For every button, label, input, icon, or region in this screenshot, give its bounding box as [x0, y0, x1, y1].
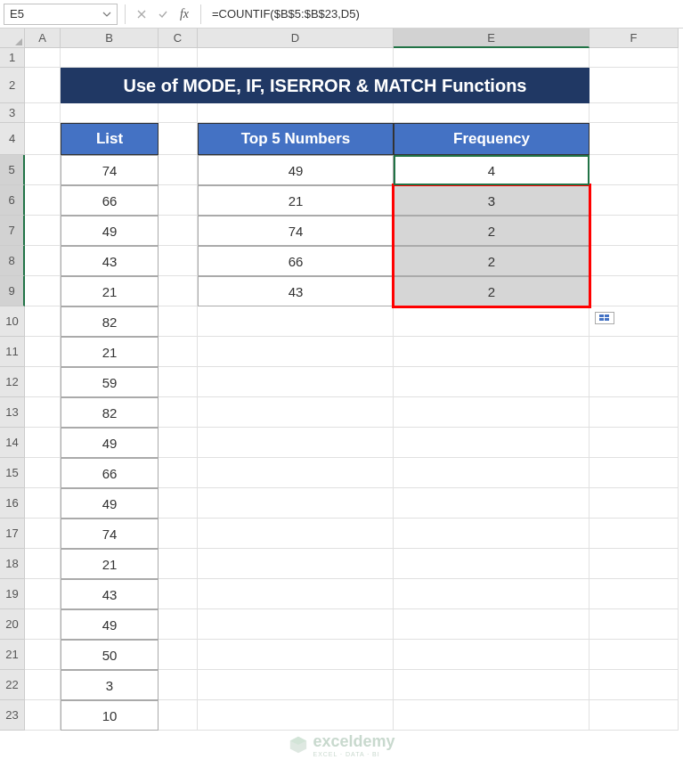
row-header-3[interactable]: 3 — [0, 103, 25, 123]
cell[interactable] — [394, 519, 589, 549]
column-header-B[interactable]: B — [61, 29, 159, 48]
cell[interactable] — [394, 670, 589, 700]
enter-icon[interactable] — [156, 7, 170, 21]
cell[interactable] — [589, 519, 679, 549]
cell[interactable] — [159, 609, 198, 640]
cell[interactable] — [25, 367, 61, 397]
cell[interactable] — [394, 48, 589, 68]
name-box[interactable]: E5 — [4, 4, 118, 25]
list-item[interactable]: 49 — [61, 216, 159, 246]
row-header-13[interactable]: 13 — [0, 397, 25, 428]
cell[interactable] — [159, 123, 198, 155]
cell[interactable] — [159, 306, 198, 337]
list-item[interactable]: 10 — [61, 700, 159, 731]
cell[interactable] — [589, 276, 679, 306]
list-item[interactable]: 66 — [61, 185, 159, 216]
cell[interactable] — [394, 306, 589, 337]
cell[interactable] — [25, 155, 61, 185]
cell[interactable] — [159, 488, 198, 519]
list-item[interactable]: 49 — [61, 488, 159, 519]
row-header-23[interactable]: 23 — [0, 700, 25, 731]
cell[interactable] — [25, 640, 61, 670]
list-item[interactable]: 43 — [61, 579, 159, 609]
cell[interactable] — [198, 428, 394, 458]
row-header-11[interactable]: 11 — [0, 337, 25, 367]
cell[interactable] — [159, 337, 198, 367]
top5-item[interactable]: 49 — [198, 155, 394, 185]
cell[interactable] — [159, 103, 198, 123]
cell[interactable] — [25, 68, 61, 103]
header-top5[interactable]: Top 5 Numbers — [198, 123, 394, 155]
list-item[interactable]: 21 — [61, 276, 159, 306]
cell[interactable] — [589, 337, 679, 367]
cell[interactable] — [589, 488, 679, 519]
cell[interactable] — [589, 216, 679, 246]
cell[interactable] — [394, 488, 589, 519]
row-header-19[interactable]: 19 — [0, 579, 25, 609]
list-item[interactable]: 3 — [61, 670, 159, 700]
row-header-15[interactable]: 15 — [0, 458, 25, 488]
list-item[interactable]: 74 — [61, 155, 159, 185]
cell[interactable] — [25, 123, 61, 155]
frequency-item[interactable]: 4 — [394, 155, 589, 185]
list-item[interactable]: 59 — [61, 367, 159, 397]
frequency-item[interactable]: 2 — [394, 246, 589, 276]
cell[interactable] — [198, 397, 394, 428]
row-header-6[interactable]: 6 — [0, 185, 25, 216]
row-header-4[interactable]: 4 — [0, 123, 25, 155]
top5-item[interactable]: 21 — [198, 185, 394, 216]
list-item[interactable]: 82 — [61, 397, 159, 428]
cell[interactable] — [25, 549, 61, 579]
row-header-10[interactable]: 10 — [0, 306, 25, 337]
cell[interactable] — [25, 216, 61, 246]
cell[interactable] — [198, 48, 394, 68]
cell[interactable] — [25, 458, 61, 488]
cell[interactable] — [394, 609, 589, 640]
cell[interactable] — [159, 549, 198, 579]
cell[interactable] — [25, 48, 61, 68]
cell[interactable] — [394, 397, 589, 428]
autofill-options-icon[interactable] — [595, 312, 614, 324]
cell[interactable] — [25, 397, 61, 428]
cell[interactable] — [159, 519, 198, 549]
cell[interactable] — [589, 123, 679, 155]
cell[interactable] — [589, 48, 679, 68]
cell[interactable] — [198, 306, 394, 337]
column-header-C[interactable]: C — [159, 29, 198, 48]
column-header-A[interactable]: A — [25, 29, 61, 48]
frequency-item[interactable]: 2 — [394, 216, 589, 246]
list-item[interactable]: 66 — [61, 458, 159, 488]
cell[interactable] — [159, 276, 198, 306]
cell[interactable] — [198, 670, 394, 700]
cell[interactable] — [589, 397, 679, 428]
cell[interactable] — [589, 428, 679, 458]
cell[interactable] — [589, 103, 679, 123]
cell[interactable] — [394, 458, 589, 488]
cell[interactable] — [394, 549, 589, 579]
row-header-20[interactable]: 20 — [0, 609, 25, 640]
row-header-18[interactable]: 18 — [0, 549, 25, 579]
cell[interactable] — [589, 185, 679, 216]
cell[interactable] — [25, 246, 61, 276]
cell[interactable] — [159, 458, 198, 488]
cell[interactable] — [159, 579, 198, 609]
row-header-5[interactable]: 5 — [0, 155, 25, 185]
row-header-8[interactable]: 8 — [0, 246, 25, 276]
cell[interactable] — [25, 609, 61, 640]
cell[interactable] — [159, 246, 198, 276]
cell[interactable] — [198, 640, 394, 670]
cell[interactable] — [589, 640, 679, 670]
column-header-D[interactable]: D — [198, 29, 394, 48]
cell[interactable] — [61, 48, 159, 68]
cell[interactable] — [159, 185, 198, 216]
row-header-12[interactable]: 12 — [0, 367, 25, 397]
cell[interactable] — [159, 216, 198, 246]
cell[interactable] — [25, 488, 61, 519]
cancel-icon[interactable] — [134, 7, 149, 21]
cell[interactable] — [25, 428, 61, 458]
row-header-9[interactable]: 9 — [0, 276, 25, 306]
cell[interactable] — [589, 246, 679, 276]
insert-function-icon[interactable]: fx — [177, 7, 191, 21]
row-header-17[interactable]: 17 — [0, 519, 25, 549]
cell[interactable] — [25, 579, 61, 609]
